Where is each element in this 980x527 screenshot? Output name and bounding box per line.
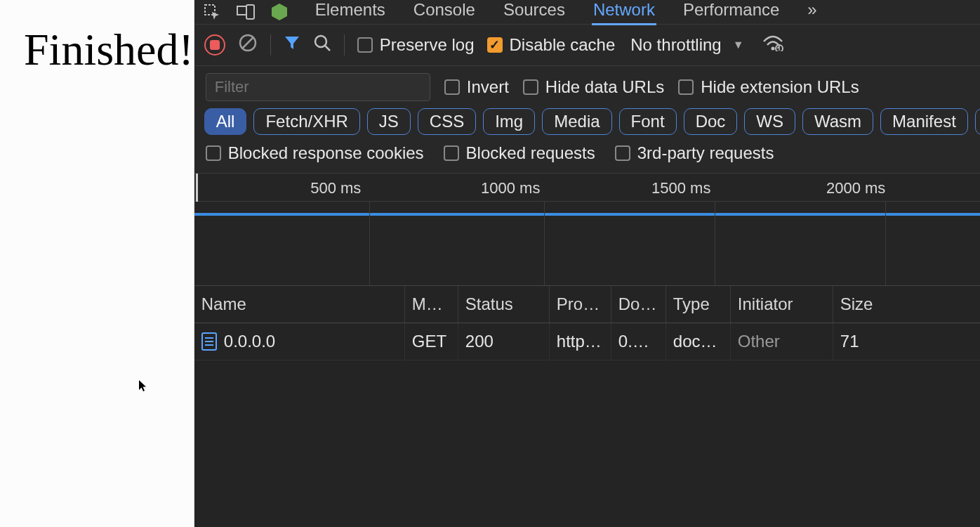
cell-initiator: Other: [731, 323, 833, 360]
col-protocol[interactable]: Prot…: [550, 286, 611, 323]
filter-css[interactable]: CSS: [418, 108, 476, 135]
col-status[interactable]: Status: [458, 286, 550, 323]
cell-type: doc…: [666, 323, 731, 360]
third-party-requests-label: 3rd-party requests: [637, 143, 774, 163]
devtools-tabs-row: Elements Console Sources Network Perform…: [194, 0, 980, 25]
throttling-select[interactable]: No throttling ▼: [630, 35, 743, 55]
timeline-tick: 1500 ms: [651, 179, 710, 197]
record-button[interactable]: [204, 34, 225, 56]
network-requests-table: Name Me… Status Prot… Do… Type Initiator…: [194, 286, 980, 527]
hide-data-urls-label: Hide data URLs: [545, 77, 664, 97]
devtools-tabs: Elements Console Sources Network Perform…: [314, 0, 819, 25]
cell-domain: 0.0.…: [611, 323, 666, 360]
throttling-value: No throttling: [630, 35, 721, 55]
document-icon: [201, 332, 217, 351]
hide-data-urls-checkbox[interactable]: Hide data URLs: [523, 77, 664, 97]
checkbox-icon: [523, 79, 538, 95]
node-icon[interactable]: [269, 1, 290, 22]
device-toolbar-icon[interactable]: [235, 1, 256, 22]
checkbox-icon: [678, 79, 694, 95]
filter-font[interactable]: Font: [619, 108, 677, 135]
preserve-log-checkbox[interactable]: Preserve log: [357, 35, 475, 55]
timeline-tick: 1000 ms: [481, 179, 540, 197]
col-type[interactable]: Type: [666, 286, 731, 323]
inspect-element-icon[interactable]: [201, 1, 223, 22]
separator: [270, 34, 271, 56]
svg-rect-2: [246, 5, 254, 19]
col-size[interactable]: Size: [833, 286, 980, 323]
search-icon[interactable]: [313, 34, 331, 56]
filter-manifest[interactable]: Manifest: [880, 108, 968, 135]
filter-fetch-xhr[interactable]: Fetch/XHR: [253, 108, 359, 135]
chevron-down-icon: ▼: [733, 39, 744, 51]
filter-icon[interactable]: [284, 34, 300, 56]
third-party-requests-checkbox[interactable]: 3rd-party requests: [615, 143, 774, 163]
tab-sources[interactable]: Sources: [502, 0, 567, 25]
filter-all[interactable]: All: [204, 108, 247, 135]
tab-performance[interactable]: Performance: [682, 0, 781, 25]
cell-size: 71: [833, 323, 980, 360]
resource-type-filters: All Fetch/XHR JS CSS Img Media Font Doc …: [194, 104, 980, 141]
timeline-gridline: [369, 202, 370, 285]
blocked-response-cookies-label: Blocked response cookies: [228, 143, 424, 163]
cell-status: 200: [458, 323, 550, 360]
filter-other[interactable]: Ot: [975, 108, 980, 135]
table-header: Name Me… Status Prot… Do… Type Initiator…: [194, 286, 980, 323]
network-toolbar: Preserve log ✓ Disable cache No throttli…: [194, 25, 980, 66]
disable-cache-checkbox[interactable]: ✓ Disable cache: [487, 35, 616, 55]
svg-point-5: [315, 36, 326, 47]
timeline-tick: 2000 ms: [826, 179, 885, 197]
tab-network[interactable]: Network: [592, 0, 656, 25]
filter-js[interactable]: JS: [367, 108, 411, 135]
blocked-response-cookies-checkbox[interactable]: Blocked response cookies: [206, 143, 424, 163]
cell-protocol: http…: [550, 323, 611, 360]
timeline-ruler: 500 ms 1000 ms 1500 ms 2000 ms 2500: [194, 174, 980, 202]
col-domain[interactable]: Do…: [611, 286, 666, 323]
blocked-requests-checkbox[interactable]: Blocked requests: [444, 143, 595, 163]
timeline-gridline: [715, 202, 715, 285]
svg-line-6: [325, 46, 330, 51]
page-viewport: Finished!: [0, 0, 194, 527]
timeline-start-marker: [196, 174, 198, 202]
timeline-gridline: [885, 202, 886, 285]
request-name: 0.0.0.0: [224, 332, 275, 351]
checkbox-icon: [444, 145, 459, 161]
svg-point-7: [771, 47, 774, 51]
table-row[interactable]: 0.0.0.0 GET 200 http… 0.0.… doc… Other 7…: [194, 323, 980, 360]
clear-button[interactable]: [238, 33, 258, 57]
mouse-cursor-icon: [138, 379, 148, 395]
timeline-tick: 500 ms: [310, 179, 361, 197]
invert-label: Invert: [467, 77, 509, 97]
tab-console[interactable]: Console: [412, 0, 477, 25]
devtools-panel: Elements Console Sources Network Perform…: [194, 0, 980, 527]
filter-media[interactable]: Media: [542, 108, 611, 135]
disable-cache-label: Disable cache: [510, 35, 616, 55]
filter-doc[interactable]: Doc: [684, 108, 738, 135]
network-conditions-icon[interactable]: [762, 34, 783, 56]
timeline-overview[interactable]: 500 ms 1000 ms 1500 ms 2000 ms 2500: [194, 174, 980, 286]
tab-elements[interactable]: Elements: [314, 0, 387, 25]
checkbox-icon: [357, 37, 373, 53]
col-name[interactable]: Name: [194, 286, 405, 323]
blocked-requests-label: Blocked requests: [466, 143, 595, 163]
filter-input[interactable]: [206, 73, 430, 101]
col-method[interactable]: Me…: [405, 286, 458, 323]
col-initiator[interactable]: Initiator: [731, 286, 833, 323]
preserve-log-label: Preserve log: [380, 35, 475, 55]
cell-method: GET: [405, 323, 458, 360]
blocked-filters-row: Blocked response cookies Blocked request…: [194, 141, 980, 174]
filter-wasm[interactable]: Wasm: [802, 108, 873, 135]
hide-extension-urls-checkbox[interactable]: Hide extension URLs: [678, 77, 859, 97]
tab-more[interactable]: »: [806, 0, 818, 25]
page-heading: Finished!: [0, 0, 194, 76]
checkbox-icon: [206, 145, 221, 161]
checkbox-icon: [615, 145, 630, 161]
filter-row: Invert Hide data URLs Hide extension URL…: [194, 66, 980, 104]
hide-extension-urls-label: Hide extension URLs: [701, 77, 859, 97]
invert-checkbox[interactable]: Invert: [444, 77, 509, 97]
filter-ws[interactable]: WS: [744, 108, 795, 135]
svg-line-4: [242, 37, 253, 48]
table-empty-area: [194, 360, 980, 527]
checkbox-icon: [444, 79, 460, 95]
filter-img[interactable]: Img: [483, 108, 535, 135]
